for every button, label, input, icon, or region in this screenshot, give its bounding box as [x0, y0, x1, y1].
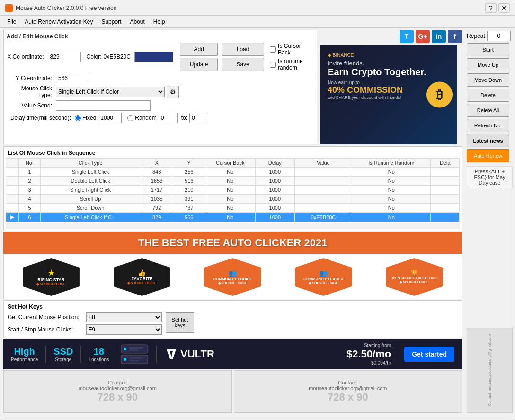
- title-bar-left: Mouse Auto Clicker 2.0.0.0 Free version: [5, 4, 116, 12]
- bottom-ad-2: Contact: mouseautoclicker.org@gmail.com …: [234, 370, 462, 413]
- save-button[interactable]: Save: [222, 58, 264, 71]
- close-button[interactable]: ✕: [498, 3, 510, 13]
- facebook-icon[interactable]: f: [448, 30, 462, 43]
- get-position-row: Get Current Mouse Position: F8 F1F2F3F4 …: [8, 312, 162, 322]
- color-label: Color:: [87, 54, 102, 60]
- auto-renew-button[interactable]: Auto Renew: [467, 149, 509, 162]
- col-runtime: Is Runtime Random: [352, 159, 431, 168]
- menu-support[interactable]: Support: [98, 17, 125, 27]
- right-panel: Repeat Start Move Up Move Down Delete De…: [465, 28, 515, 415]
- vultr-price: Starting from $2.50/mo $0.004/hr: [346, 343, 391, 366]
- add-button[interactable]: Add: [180, 43, 218, 56]
- hotkeys-section: Set Hot Keys Get Current Mouse Position:…: [3, 300, 462, 338]
- get-position-select[interactable]: F8 F1F2F3F4 F5F6F7F9: [86, 312, 162, 322]
- start-stop-select[interactable]: F9 F1F2F3F4 F5F6F7F8: [86, 324, 162, 335]
- set-hotkeys-button[interactable]: Set hot keys: [166, 312, 194, 333]
- app-title: Mouse Auto Clicker 2.0.0.0 Free version: [16, 5, 116, 11]
- color-swatch: [134, 52, 173, 62]
- binance-ad[interactable]: ◆ BINANCE Invite friends. Earn Crypto To…: [320, 45, 457, 144]
- fixed-radio[interactable]: [75, 115, 81, 121]
- server-icon: [120, 344, 149, 365]
- y-label: Y Co-ordinate:: [7, 75, 54, 81]
- click-type-label: Mouse Click Type:: [7, 85, 54, 98]
- main-ad-banner: THE BEST FREE AUTO CLICKER 2021: [3, 232, 462, 254]
- click-type-select[interactable]: Single Left Click Double Left Click Sing…: [56, 87, 165, 97]
- svg-rect-2: [129, 347, 143, 349]
- random-value-input[interactable]: [159, 113, 178, 123]
- menu-about[interactable]: About: [126, 17, 148, 27]
- add-edit-section: Add / Edit Mouse Click X Co-ordinate: Co…: [3, 30, 317, 144]
- repeat-label: Repeat: [467, 33, 485, 39]
- delete-all-button[interactable]: Delete All: [467, 104, 509, 117]
- social-icons: T G+ in f: [320, 30, 462, 43]
- to-value-input[interactable]: [189, 113, 208, 123]
- update-button[interactable]: Update: [180, 58, 218, 71]
- title-bar: Mouse Auto Clicker 2.0.0.0 Free version …: [0, 0, 515, 16]
- table-row-selected[interactable]: ▶6Single Left Click If C...829566No10000…: [6, 213, 460, 222]
- badge-rising-star: ★ RISING STAR ◆ SOURCEFORGE: [23, 258, 80, 296]
- latest-news-button[interactable]: Latest news: [467, 134, 509, 147]
- value-send-input[interactable]: [56, 100, 151, 111]
- badge-community-choice: 👥 COMMUNITY CHOICE ◆ SOURCEFORGE: [204, 258, 261, 296]
- divider3: [156, 346, 157, 363]
- load-button[interactable]: Load: [222, 43, 264, 56]
- col-x: X: [141, 159, 173, 168]
- table-row[interactable]: 5Scroll Down792737No1000No: [6, 204, 460, 213]
- table-row[interactable]: 2Double Left Click1653516No1000No: [6, 177, 460, 186]
- start-button[interactable]: Start: [467, 43, 509, 56]
- gear-button[interactable]: ⚙: [167, 86, 179, 98]
- twitter-icon[interactable]: T: [400, 30, 414, 43]
- table-container: No. Click Type X Y Cursor Back Delay Val…: [6, 158, 460, 222]
- list-section: List Of Mouse Click in Sequence No. Clic…: [3, 146, 462, 231]
- col-dela: Dela: [431, 159, 460, 168]
- table-row[interactable]: 3Single Right Click1717210No1000No: [6, 186, 460, 195]
- cursor-back-checkbox[interactable]: [270, 46, 276, 53]
- col-no: No.: [19, 159, 40, 168]
- random-radio[interactable]: [127, 115, 133, 121]
- y-input[interactable]: [56, 73, 89, 83]
- app-window: Mouse Auto Clicker 2.0.0.0 Free version …: [0, 0, 515, 420]
- svg-rect-3: [129, 349, 138, 351]
- to-label: to:: [181, 115, 187, 121]
- press-info: Press {ALT + ESC} for May Day case: [467, 166, 513, 188]
- menu-autorenew[interactable]: Auto Renew Activation Key: [21, 17, 97, 27]
- svg-rect-7: [129, 360, 138, 361]
- refresh-button[interactable]: Refresh No.: [467, 119, 509, 132]
- value-send-label: Value Send:: [7, 102, 54, 109]
- gplus-icon[interactable]: G+: [416, 30, 430, 43]
- side-contact: Contact: mouseautoclicker.org@gmail.com: [467, 328, 513, 413]
- vultr-get-started-button[interactable]: Get started: [404, 347, 454, 362]
- hotkeys-title: Set Hot Keys: [8, 304, 458, 310]
- bottom-ads: Contact: mouseautoclicker.org@gmail.com …: [3, 370, 462, 413]
- bottom-ad1-email: mouseautoclicker.org@gmail.com: [79, 385, 157, 391]
- menu-bar: File Auto Renew Activation Key Support A…: [0, 16, 515, 28]
- vultr-logo: VULTR: [164, 347, 214, 361]
- col-y: Y: [173, 159, 205, 168]
- title-bar-controls: ? ✕: [485, 3, 510, 13]
- table-row[interactable]: 4Scroll Up1035391No1000No: [6, 195, 460, 204]
- social-ad-block: T G+ in f ◆ BINANCE Invite friends. Earn…: [320, 30, 462, 144]
- fixed-value-input[interactable]: [98, 113, 122, 123]
- start-stop-label: Start / Stop Mouse Clicks:: [8, 326, 83, 333]
- x-input[interactable]: [48, 52, 81, 62]
- repeat-input[interactable]: [487, 31, 511, 41]
- app-icon: [5, 4, 13, 12]
- repeat-row: Repeat: [467, 30, 513, 41]
- coin-decoration: ₿: [426, 82, 453, 108]
- bottom-ad2-email: mouseautoclicker.org@gmail.com: [309, 385, 387, 391]
- move-down-button[interactable]: Move Down: [467, 73, 509, 87]
- help-button[interactable]: ?: [485, 3, 497, 13]
- linkedin-icon[interactable]: in: [432, 30, 446, 43]
- bottom-ad1-size: 728 x 90: [79, 391, 157, 403]
- menu-file[interactable]: File: [3, 17, 20, 27]
- col-delay: Delay: [255, 159, 294, 168]
- vultr-ad: High Performance SSD Storage 18 Location…: [3, 339, 462, 369]
- menu-help[interactable]: Help: [150, 17, 169, 27]
- badge-favorite: 👍 FAVORITE ◆ SOURCEFORGE: [114, 258, 170, 296]
- move-up-button[interactable]: Move Up: [467, 58, 509, 71]
- col-arrow: [6, 159, 19, 168]
- table-row[interactable]: 1Single Left Click848256No1000No: [6, 168, 460, 177]
- scrollbar[interactable]: [6, 223, 460, 229]
- delete-button[interactable]: Delete: [467, 89, 509, 102]
- runtime-random-checkbox[interactable]: [270, 62, 276, 68]
